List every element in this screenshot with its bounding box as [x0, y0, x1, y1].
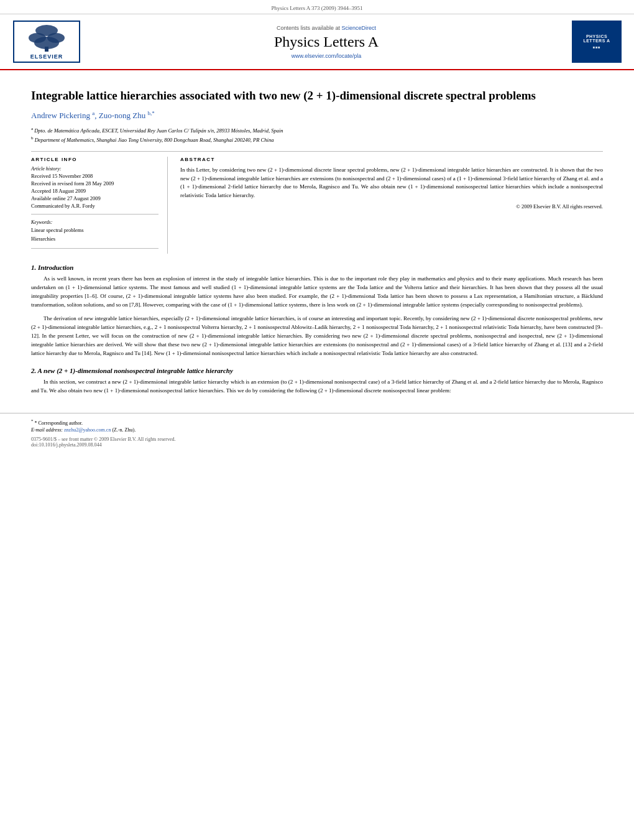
journal-center: Contents lists available at ScienceDirec… [93, 25, 559, 59]
footer-bottom: 0375-9601/$ – see front matter © 2009 El… [31, 436, 603, 448]
top-bar: Physics Letters A 373 (2009) 3944–3951 [0, 0, 634, 14]
logo-right-line2: LETTERS A [583, 39, 610, 43]
keyword-1: Linear spectral problems [31, 226, 158, 235]
section1-para2: The derivation of new integrable lattice… [31, 315, 603, 358]
article-title: Integrable lattice hierarchies associate… [31, 88, 603, 104]
affil-a-marker: a [31, 126, 33, 131]
journal-citation: Physics Letters A 373 (2009) 3944–3951 [271, 5, 362, 11]
affil-a-text: Dpto. de Matemática Aplicada, ESCET, Uni… [34, 127, 283, 134]
received-date: Received 15 November 2008 [31, 173, 158, 179]
contents-label: Contents lists available at [277, 25, 340, 31]
affiliation-b: b Department of Mathematics, Shanghai Ji… [31, 135, 603, 144]
doi-text: doi:10.1016/j.physleta.2009.08.044 [31, 442, 603, 448]
article-info: ARTICLE INFO Article history: Received 1… [31, 157, 168, 254]
article-info-title: ARTICLE INFO [31, 157, 158, 162]
email-label: E-mail address: [31, 427, 63, 433]
section1-para1: As is well known, in recent years there … [31, 275, 603, 310]
journal-header: ELSEVIER Contents lists available at Sci… [0, 14, 634, 70]
author-pickering[interactable]: Andrew Pickering [31, 111, 90, 120]
section2-heading: 2. A new (2 + 1)-dimensional nonisospect… [31, 367, 603, 374]
sciencedirect-link[interactable]: ScienceDirect [342, 25, 377, 31]
logo-right-decoration: ■■■ [583, 45, 610, 49]
footer: * * Corresponding author. E-mail address… [0, 413, 634, 448]
journal-logo-right-text: PHYSICS LETTERS A ■■■ [583, 34, 610, 49]
issn-text: 0375-9601/$ – see front matter © 2009 El… [31, 436, 603, 442]
journal-title: Physics Letters A [93, 34, 559, 50]
star-marker: * [31, 418, 34, 423]
history-label: Article history: [31, 166, 158, 172]
elsevier-name: ELSEVIER [30, 53, 63, 60]
email-note-suffix: (Z.-n. Zhu). [112, 427, 136, 433]
author-pickering-sup: a [92, 110, 94, 116]
email-link[interactable]: znzhu2@yahoo.com.cn [64, 427, 111, 433]
email-note: E-mail address: znzhu2@yahoo.com.cn (Z.-… [31, 427, 603, 433]
contents-line: Contents lists available at ScienceDirec… [93, 25, 559, 31]
affil-b-text: Department of Mathematics, Shanghai Jiao… [35, 136, 274, 142]
journal-url: www.elsevier.com/locate/pla [93, 53, 559, 59]
svg-rect-4 [45, 47, 48, 52]
abstract-text: In this Letter, by considering two new (… [180, 166, 603, 200]
info-divider [31, 214, 158, 215]
keywords-list: Linear spectral problems Hierarchies [31, 226, 158, 243]
affil-b-marker: b [31, 136, 34, 141]
keyword-2: Hierarchies [31, 235, 158, 244]
journal-logo-right: PHYSICS LETTERS A ■■■ [572, 21, 622, 63]
authors-line: Andrew Pickering a, Zuo-nong Zhu b,* [31, 110, 603, 121]
communicated-by: Communicated by A.R. Fordy [31, 203, 158, 209]
logo-box: ELSEVIER [13, 21, 80, 63]
available-date: Available online 27 August 2009 [31, 195, 158, 201]
info-divider2 [31, 248, 158, 249]
keywords-label: Keywords: [31, 219, 158, 225]
info-abstract-section: ARTICLE INFO Article history: Received 1… [31, 151, 603, 254]
abstract-col: ABSTRACT In this Letter, by considering … [180, 157, 603, 254]
affiliations: a Dpto. de Matemática Aplicada, ESCET, U… [31, 126, 603, 144]
copyright-line: © 2009 Elsevier B.V. All rights reserved… [180, 203, 603, 210]
elsevier-tree-icon [25, 24, 68, 52]
article-body: Integrable lattice hierarchies associate… [0, 70, 634, 413]
author-zhu-sup: b,* [147, 110, 154, 116]
elsevier-logo: ELSEVIER [12, 21, 81, 63]
section2-para1: In this section, we construct a new (2 +… [31, 378, 603, 395]
affiliation-a: a Dpto. de Matemática Aplicada, ESCET, U… [31, 126, 603, 135]
journal-url-link[interactable]: www.elsevier.com/locate/pla [292, 53, 362, 59]
logo-right-line1: PHYSICS [583, 34, 610, 39]
author-zhu[interactable]: Zuo-nong Zhu [99, 111, 145, 120]
corresponding-label: * Corresponding author. [35, 420, 83, 425]
abstract-title: ABSTRACT [180, 157, 603, 162]
revised-date: Received in revised form 28 May 2009 [31, 180, 158, 187]
accepted-date: Accepted 18 August 2009 [31, 188, 158, 194]
section1-heading: 1. Introduction [31, 264, 603, 271]
corresponding-author-note: * * Corresponding author. [31, 418, 603, 426]
page: Physics Letters A 373 (2009) 3944–3951 E… [0, 0, 634, 840]
